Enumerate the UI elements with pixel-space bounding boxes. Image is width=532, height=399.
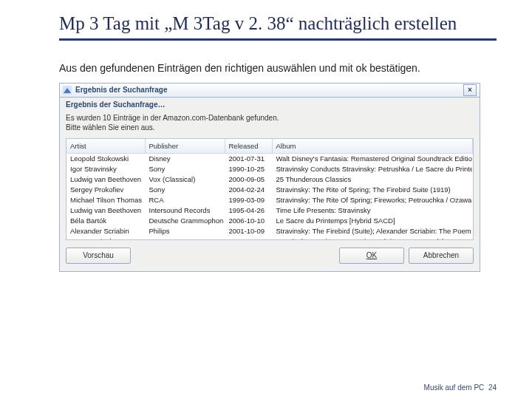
slide-body-text: Aus den gefundenen Einträgen den richtig… [59,61,497,75]
cell-publisher: Intersound Records [145,205,225,216]
cell-publisher: Disney [145,153,225,164]
cell-artist: Alexander Scriabin [66,226,145,236]
table-row[interactable]: Igor StravinskySony1990-10-25Stravinsky … [66,164,473,174]
cell-released: 1999-03-09 [225,195,272,205]
cell-released: 2004-02-24 [225,185,272,195]
cell-album: Time Life Presents: Stravinsky [272,205,473,216]
footer-page: 24 [488,383,497,392]
window-titlebar[interactable]: Ergebnis der Suchanfrage × [60,83,480,98]
button-row: Vorschau OK Abbrechen [60,240,480,271]
col-header-released[interactable]: Released [225,139,272,154]
window-info: Es wurden 10 Einträge in der Amazon.com-… [60,109,480,138]
preview-button[interactable]: Vorschau [66,248,131,264]
info-line-1: Es wurden 10 Einträge in der Amazon.com-… [66,114,279,122]
cell-album: 25 Thunderous Classics [272,174,473,185]
cell-album: Walt Disney's Fantasia: Remastered Origi… [272,153,473,164]
col-header-publisher[interactable]: Publisher [145,139,225,154]
col-header-artist[interactable]: Artist [66,139,145,154]
cell-publisher: RCA [145,195,225,205]
app-icon [63,86,72,95]
slide-footer: Musik auf dem PC 24 [424,383,497,392]
cell-album: Le Sacre du Printemps [Hybrid SACD] [272,216,473,226]
cell-released: 2001-10-09 [225,226,272,236]
cell-artist: Ludwig van Beethoven [66,174,145,185]
cell-album: Stravinsky Conducts Stravinsky: Petrushk… [272,164,473,174]
table-row[interactable]: Michael Tilson ThomasRCA1999-03-09Stravi… [66,195,473,205]
table-row[interactable]: Alexander ScriabinPhilips2001-10-09Strav… [66,226,473,236]
cell-released: 2000-09-05 [225,174,272,185]
table-row[interactable]: Leopold StokowskiDisney2001-07-31Walt Di… [66,153,473,164]
cell-publisher: Philips [145,226,225,236]
close-icon[interactable]: × [463,84,477,96]
info-line-2: Bitte wählen Sie einen aus. [66,123,155,132]
ok-button[interactable]: OK [339,248,404,264]
search-result-window: Ergebnis der Suchanfrage × Ergebnis der … [59,83,480,272]
results-table-container[interactable]: Artist Publisher Released Album Leopold … [66,138,474,240]
cell-released: 2001-07-31 [225,153,272,164]
cell-album: Stravinsky: The Rite of Spring; The Fire… [272,185,473,195]
slide-title: Mp 3 Tag mit „M 3Tag v 2. 38“ nachträgli… [59,13,497,34]
footer-text: Musik auf dem PC [424,383,485,392]
cell-released: 2006-10-10 [225,216,272,226]
cell-artist: Ludwig van Beethoven [66,205,145,216]
cell-artist: Béla Bartók [66,216,145,226]
cell-artist: Leopold Stokowski [66,153,145,164]
table-row[interactable]: Ludwig van BeethovenIntersound Records19… [66,205,473,216]
table-row[interactable]: Ludwig van BeethovenVox (Classical)2000-… [66,174,473,185]
cell-artist: Igor Stravinsky [66,164,145,174]
cell-artist: Michael Tilson Thomas [66,195,145,205]
window-caption: Ergebnis der Suchanfrage [75,86,463,94]
title-underline [59,38,497,41]
table-row[interactable]: Béla BartókDeutsche Grammophon2006-10-10… [66,216,473,226]
cell-album: Stravinsky: The Rite Of Spring; Firework… [272,195,473,205]
table-row[interactable]: Sergey ProkofievSony2004-02-24Stravinsky… [66,185,473,195]
col-header-album[interactable]: Album [272,139,473,154]
cancel-button[interactable]: Abbrechen [409,248,474,264]
cell-publisher: Deutsche Grammophon [145,216,225,226]
cell-released: 1995-04-26 [225,205,272,216]
cell-publisher: Sony [145,185,225,195]
cell-publisher: Sony [145,164,225,174]
cell-released: 1990-10-25 [225,164,272,174]
window-subtitle: Ergebnis der Suchanfrage… [60,98,480,109]
cell-artist: Sergey Prokofiev [66,185,145,195]
results-table: Artist Publisher Released Album Leopold … [66,139,473,240]
cell-album: Stravinsky: The Firebird (Suite); Alexan… [272,226,473,236]
cell-publisher: Vox (Classical) [145,174,225,185]
